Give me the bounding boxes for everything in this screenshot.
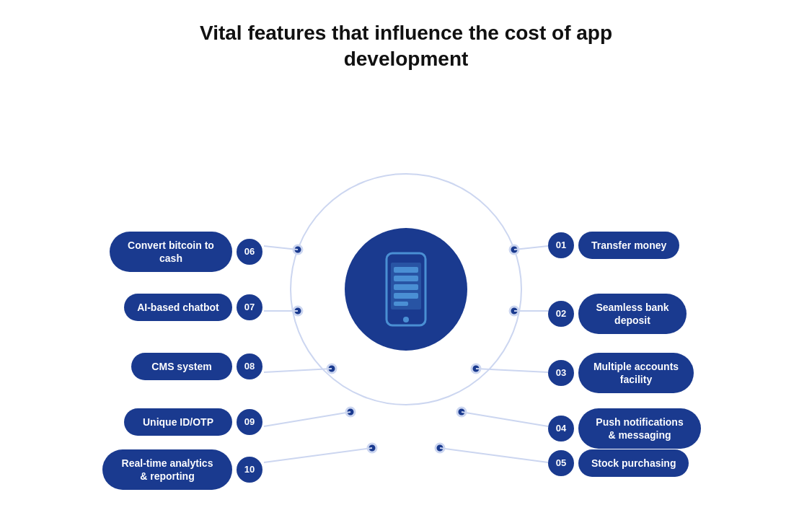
svg-line-8 xyxy=(462,412,548,426)
svg-line-10 xyxy=(440,448,548,462)
feature-03-number: 03 xyxy=(548,360,574,386)
feature-08-label: CMS system xyxy=(131,353,232,380)
feature-06: Convert bitcoin tocash 06 xyxy=(110,232,262,272)
feature-03-label: Multiple accountsfacility xyxy=(578,353,694,393)
svg-rect-23 xyxy=(394,267,418,273)
svg-line-20 xyxy=(264,448,372,462)
page-title: Vital features that influence the cost o… xyxy=(0,0,812,73)
feature-07: AI-based chatbot 07 xyxy=(124,294,262,321)
diagram-area: 01 Transfer money 02 Seamless bankdeposi… xyxy=(0,80,812,484)
feature-01-label: Transfer money xyxy=(578,232,679,259)
feature-02-number: 02 xyxy=(548,301,574,327)
feature-10-label: Real-time analytics& reporting xyxy=(102,449,232,490)
feature-09-number: 09 xyxy=(237,409,262,435)
feature-07-label: AI-based chatbot xyxy=(124,294,232,321)
feature-06-number: 06 xyxy=(237,239,262,265)
feature-08-number: 08 xyxy=(237,354,262,379)
feature-07-number: 07 xyxy=(237,294,262,320)
feature-08: CMS system 08 xyxy=(131,353,262,380)
feature-09-label: Unique ID/OTP xyxy=(124,408,232,436)
feature-10-number: 10 xyxy=(237,457,262,483)
svg-line-18 xyxy=(264,412,350,426)
feature-04-number: 04 xyxy=(548,416,574,442)
feature-02-label: Seamless bankdeposit xyxy=(578,294,687,334)
feature-02: 02 Seamless bankdeposit xyxy=(548,294,687,334)
feature-09: Unique ID/OTP 09 xyxy=(124,408,262,436)
feature-05-number: 05 xyxy=(548,450,574,476)
feature-06-label: Convert bitcoin tocash xyxy=(110,232,232,272)
svg-line-16 xyxy=(264,369,332,372)
feature-05-label: Stock purchasing xyxy=(578,449,689,477)
feature-05: 05 Stock purchasing xyxy=(548,449,689,477)
feature-04: 04 Push notifications& messaging xyxy=(548,408,701,449)
svg-rect-24 xyxy=(394,276,418,281)
svg-rect-25 xyxy=(394,284,418,290)
feature-04-label: Push notifications& messaging xyxy=(578,408,701,449)
feature-10: Real-time analytics& reporting 10 xyxy=(102,449,262,490)
feature-01-number: 01 xyxy=(548,232,574,258)
svg-rect-26 xyxy=(394,293,418,299)
feature-03: 03 Multiple accountsfacility xyxy=(548,353,694,393)
center-circle xyxy=(345,228,467,351)
svg-point-28 xyxy=(403,317,409,322)
svg-rect-27 xyxy=(394,302,408,306)
feature-01: 01 Transfer money xyxy=(548,232,679,259)
